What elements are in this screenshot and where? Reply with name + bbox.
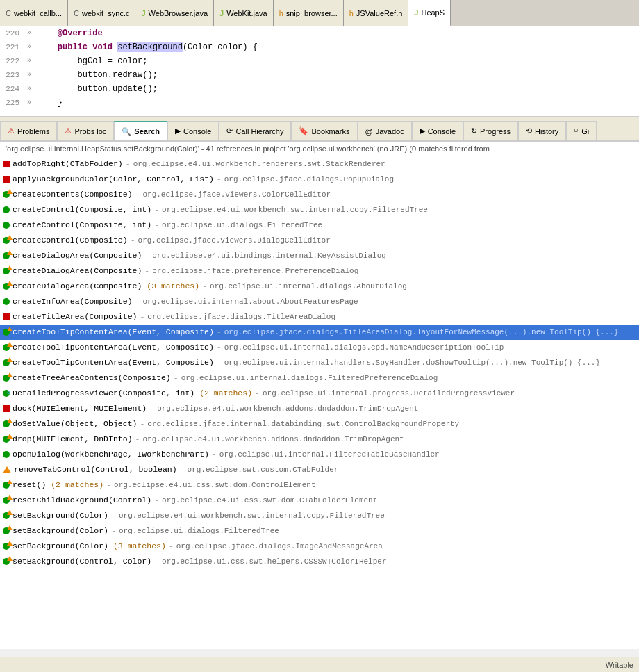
result-class: org.eclipse.e4.ui.workbench.addons.dndad… — [142, 435, 404, 443]
tab-webkit-java[interactable]: J WebKit.java — [214, 0, 274, 26]
result-class: org.eclipse.jface.viewers.ColorCellEdito… — [142, 190, 331, 199]
tab-heaps[interactable]: J HeapS — [408, 0, 451, 26]
result-item[interactable]: createToolTipContentArea(Event, Composit… — [0, 340, 639, 355]
line-number: 224 — [1, 82, 24, 96]
result-item[interactable]: createToolTipContentArea(Event, Composit… — [0, 325, 639, 340]
result-item[interactable]: createToolTipContentArea(Event, Composit… — [0, 355, 639, 370]
tab-jsvalueref[interactable]: h JSValueRef.h — [344, 0, 409, 26]
result-class: org.eclipse.jface.dialogs.PopupDialog — [224, 175, 394, 183]
code-text: } — [35, 96, 639, 110]
result-separator: - — [154, 220, 159, 229]
result-separator: - — [131, 236, 135, 245]
result-method: createDialogArea(Composite) — [13, 251, 142, 260]
result-class: org.eclipse.e4.ui.bindings.internal.KeyA… — [152, 252, 386, 260]
result-item[interactable]: createControl(Composite, int) - org.ecli… — [0, 218, 639, 233]
result-method: createToolTipContentArea(Event, Composit… — [13, 358, 214, 367]
line-number: 221 — [1, 40, 24, 54]
tab-problems[interactable]: ⚠ Problems — [0, 121, 57, 140]
code-line-225: 225 » } — [0, 96, 639, 110]
result-separator: - — [126, 159, 131, 168]
result-item[interactable]: dock(MUIElement, MUIElement) - org.eclip… — [0, 401, 639, 416]
result-class: org.eclipse.e4.ui.workbench.renderers.sw… — [133, 160, 385, 168]
green-circle-tri-icon — [3, 527, 10, 534]
result-item[interactable]: createDialogArea(Composite) (3 matches) … — [0, 279, 639, 294]
tab-search[interactable]: 🔍 Search — [114, 121, 167, 140]
green-circle-tri-icon — [3, 512, 10, 519]
code-line-222: 222 » bgCol = color; — [0, 54, 639, 68]
green-circle-tri-icon — [3, 268, 10, 274]
result-item[interactable]: openDialog(WorkbenchPage, IWorkbenchPart… — [0, 447, 639, 462]
tab-history[interactable]: ⟲ History — [518, 121, 566, 140]
result-item[interactable]: setBackground(Color) - org.eclipse.e4.ui… — [0, 508, 639, 523]
result-item[interactable]: applyBackgroundColor(Color, Control, Lis… — [0, 172, 639, 187]
result-item[interactable]: createDialogArea(Composite) - org.eclips… — [0, 248, 639, 263]
console-icon: ▶ — [175, 126, 181, 136]
result-class: org.eclipse.swt.custom.CTabFolder — [188, 466, 339, 474]
result-item[interactable]: drop(MUIElement, DnDInfo) - org.eclipse.… — [0, 432, 639, 447]
line-number: 222 — [1, 54, 24, 68]
tab-snip-browser[interactable]: h snip_browser... — [274, 0, 344, 26]
result-item[interactable]: createTitleArea(Composite) - org.eclipse… — [0, 309, 639, 325]
result-item[interactable]: addTopRight(CTabFolder) - org.eclipse.e4… — [0, 156, 639, 172]
h-file-icon: h — [349, 9, 354, 17]
result-item[interactable]: c DetailedProgressViewer(Composite, int)… — [0, 386, 639, 401]
tab-git[interactable]: ⑂ Gi — [566, 121, 597, 140]
result-item[interactable]: setBackground(Control, Color) - org.ecli… — [0, 554, 639, 569]
result-class: org.eclipse.e4.ui.workbench.swt.internal… — [119, 511, 385, 520]
tab-call-hierarchy[interactable]: ⟳ Call Hierarchy — [219, 121, 291, 140]
console-icon: ▶ — [420, 126, 425, 136]
code-text: @Override — [35, 26, 639, 40]
h-file-icon: h — [279, 9, 283, 17]
tab-javadoc[interactable]: @ Javadoc — [358, 121, 412, 140]
result-item[interactable]: reset() (2 matches) - org.eclipse.e4.ui.… — [0, 477, 639, 493]
result-item[interactable]: resetChildBackground(Control) - org.ecli… — [0, 493, 639, 508]
tab-probs-loc[interactable]: ⚠ Probs loc — [57, 121, 114, 140]
result-item[interactable]: doSetValue(Object, Object) - org.eclipse… — [0, 416, 639, 432]
result-class: org.eclipse.ui.internal.dialogs.cpd.Name… — [224, 343, 504, 352]
result-class: org.eclipse.ui.dialogs.FilteredTree — [162, 221, 322, 229]
result-separator: - — [154, 205, 159, 214]
result-separator: - — [135, 297, 140, 306]
result-separator: - — [212, 450, 217, 459]
result-method: resetChildBackground(Control) — [13, 495, 151, 505]
code-text: public void setBackground(Color color) { — [35, 40, 639, 54]
tab-bookmarks[interactable]: 🔖 Bookmarks — [291, 121, 357, 140]
result-item[interactable]: createControl(Composite, int) - org.ecli… — [0, 202, 639, 218]
search-results-list[interactable]: addTopRight(CTabFolder) - org.eclipse.e4… — [0, 156, 639, 649]
result-class: org.eclipse.ui.internal.handlers.SpyHand… — [224, 359, 600, 367]
java-file-icon: J — [219, 9, 224, 17]
result-item[interactable]: createInfoArea(Composite) - org.eclipse.… — [0, 294, 639, 309]
result-separator: - — [169, 541, 174, 550]
result-method: reset() (2 matches) — [13, 480, 103, 489]
green-circle-tri-icon — [3, 329, 10, 336]
result-method: createTitleArea(Composite) — [13, 312, 137, 321]
code-line-224: 224 » button.update(); — [0, 82, 639, 96]
result-item[interactable]: createContents(Composite) - org.eclipse.… — [0, 187, 639, 202]
result-item[interactable]: setBackground(Color) (3 matches) - org.e… — [0, 539, 639, 554]
tab-webbrowser[interactable]: J WebBrowser.java — [135, 0, 214, 26]
result-item[interactable]: createControl(Composite) - org.eclipse.j… — [0, 233, 639, 248]
result-item[interactable]: createDialogArea(Composite) - org.eclips… — [0, 263, 639, 279]
result-item[interactable]: removeTabControl(Control, boolean) - org… — [0, 462, 639, 477]
result-separator: - — [154, 495, 159, 505]
tab-console1[interactable]: ▶ Console — [167, 121, 219, 140]
tab-console2[interactable]: ▶ Console — [412, 121, 463, 140]
result-separator: - — [217, 358, 222, 367]
result-item[interactable]: setBackground(Color) - org.eclipse.ui.di… — [0, 523, 639, 539]
tab-progress[interactable]: ↻ Progress — [463, 121, 518, 140]
result-class: org.eclipse.e4.ui.workbench.swt.internal… — [162, 206, 428, 214]
tab-webkit-callb[interactable]: C webkit_callb... — [0, 0, 68, 26]
green-circle-tri-icon — [3, 283, 10, 290]
result-separator: - — [106, 480, 111, 489]
result-method: createContents(Composite) — [13, 190, 133, 199]
result-separator: - — [202, 281, 207, 290]
result-separator: - — [154, 557, 159, 566]
c-file-icon: C — [74, 9, 79, 17]
result-separator: - — [217, 174, 222, 183]
result-item[interactable]: createTreeAreaContents(Composite) - org.… — [0, 370, 639, 386]
line-gutter: » — [24, 54, 35, 68]
result-separator: - — [144, 251, 149, 260]
green-circle-tri-icon — [3, 344, 10, 351]
tab-webkit-sync[interactable]: C webkit_sync.c — [68, 0, 135, 26]
line-number: 225 — [1, 96, 24, 110]
